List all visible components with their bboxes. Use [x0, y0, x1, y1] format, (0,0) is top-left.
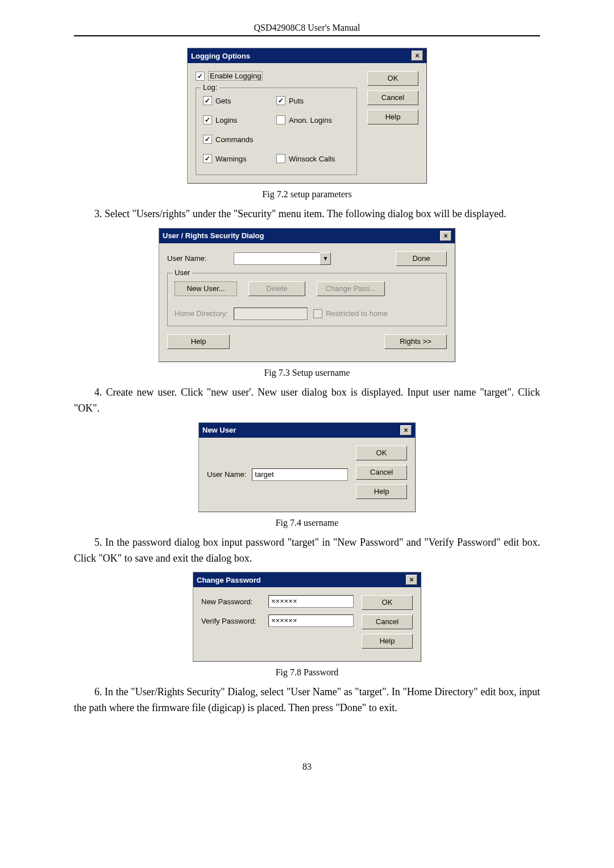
new-user-dialog: New User × User Name: target OK Cancel H… — [198, 422, 416, 512]
winsock-label: Winsock Calls — [289, 155, 335, 163]
logins-checkbox[interactable]: ✓Logins — [203, 115, 276, 124]
help-button[interactable]: Help — [367, 110, 418, 124]
change-password-dialog: Change Password × New Password: ×××××× V… — [193, 572, 421, 662]
help-button[interactable]: Help — [356, 484, 407, 499]
log-groupbox: Log: ✓Gets ✓Puts ✓Logins Anon. Logins ✓C… — [196, 88, 357, 175]
change-pass-button[interactable]: Change Pass... — [317, 281, 385, 296]
close-icon[interactable]: × — [440, 231, 451, 241]
chevron-down-icon[interactable]: ▼ — [320, 252, 331, 265]
warnings-checkbox[interactable]: ✓Warnings — [203, 154, 276, 163]
figure-caption-7-4: Fig 7.4 username — [74, 518, 540, 528]
anon-logins-checkbox[interactable]: Anon. Logins — [276, 115, 350, 124]
home-directory-label: Home Directory: — [175, 309, 228, 318]
new-user-titlebar: New User × — [199, 423, 415, 438]
enable-logging-label: Enable Logging — [208, 71, 263, 81]
commands-checkbox[interactable]: ✓Commands — [203, 135, 276, 144]
help-button[interactable]: Help — [362, 634, 413, 649]
logins-label: Logins — [215, 116, 237, 124]
log-group-label: Log: — [201, 83, 219, 92]
close-icon[interactable]: × — [400, 425, 412, 435]
help-button[interactable]: Help — [167, 334, 230, 349]
paragraph-step-5: 5. In the password dialog box input pass… — [74, 535, 540, 567]
enable-logging-checkbox[interactable]: ✓ Enable Logging — [196, 71, 357, 81]
header-divider — [74, 35, 540, 36]
change-password-titlebar: Change Password × — [193, 572, 421, 587]
paragraph-step-4: 4. Create new user. Click "new user'. Ne… — [74, 385, 540, 417]
commands-label: Commands — [215, 135, 253, 144]
user-rights-dialog: User / Rights Security Dialog × User Nam… — [159, 228, 455, 362]
document-header: QSD42908C8 User's Manual — [74, 23, 540, 33]
new-user-name-label: User Name: — [207, 470, 246, 479]
ok-button[interactable]: OK — [367, 71, 418, 86]
figure-caption-7-2: Fig 7.2 setup parameters — [74, 189, 540, 200]
logging-titlebar: Logging Options × — [188, 48, 426, 63]
user-rights-title: User / Rights Security Dialog — [163, 231, 264, 240]
restricted-checkbox[interactable]: Restricted to home — [313, 309, 388, 318]
rights-button[interactable]: Rights >> — [384, 334, 447, 349]
cancel-button[interactable]: Cancel — [356, 465, 407, 480]
verify-password-input[interactable]: ×××××× — [268, 614, 354, 627]
page-number: 83 — [74, 762, 540, 772]
user-group-label: User — [172, 268, 192, 277]
anon-logins-label: Anon. Logins — [289, 116, 332, 124]
user-rights-titlebar: User / Rights Security Dialog × — [159, 229, 455, 243]
done-button[interactable]: Done — [396, 251, 447, 266]
new-user-title: New User — [202, 426, 236, 434]
delete-button[interactable]: Delete — [248, 281, 305, 296]
figure-caption-7-3: Fig 7.3 Setup username — [74, 368, 540, 378]
warnings-label: Warnings — [215, 155, 246, 163]
user-name-label: User Name: — [167, 254, 206, 263]
new-user-name-input[interactable]: target — [252, 468, 348, 481]
paragraph-step-3: 3. Select "Users/rights" under the "Secu… — [74, 206, 540, 222]
winsock-checkbox[interactable]: Winsock Calls — [276, 154, 350, 163]
change-password-title: Change Password — [197, 576, 261, 584]
home-directory-input[interactable] — [234, 308, 308, 320]
puts-checkbox[interactable]: ✓Puts — [276, 96, 350, 105]
puts-label: Puts — [289, 97, 304, 105]
user-groupbox: User New User... Delete Change Pass... H… — [167, 273, 447, 326]
restricted-label: Restricted to home — [326, 309, 388, 318]
figure-caption-7-8: Fig 7.8 Password — [74, 667, 540, 678]
gets-checkbox[interactable]: ✓Gets — [203, 96, 276, 105]
new-user-button[interactable]: New User... — [175, 281, 237, 296]
ok-button[interactable]: OK — [362, 595, 413, 610]
close-icon[interactable]: × — [412, 51, 423, 61]
logging-title: Logging Options — [191, 52, 250, 60]
paragraph-step-6: 6. In the "User/Rights Security" Dialog,… — [74, 684, 540, 716]
cancel-button[interactable]: Cancel — [362, 614, 413, 629]
close-icon[interactable]: × — [406, 575, 417, 585]
gets-label: Gets — [215, 97, 231, 105]
new-password-label: New Password: — [201, 597, 264, 606]
logging-options-dialog: Logging Options × ✓ Enable Logging Log: … — [187, 48, 427, 184]
user-name-combo[interactable]: ▼ — [234, 252, 331, 265]
verify-password-label: Verify Password: — [201, 617, 264, 625]
cancel-button[interactable]: Cancel — [367, 90, 418, 105]
ok-button[interactable]: OK — [356, 446, 407, 460]
new-password-input[interactable]: ×××××× — [268, 595, 354, 608]
